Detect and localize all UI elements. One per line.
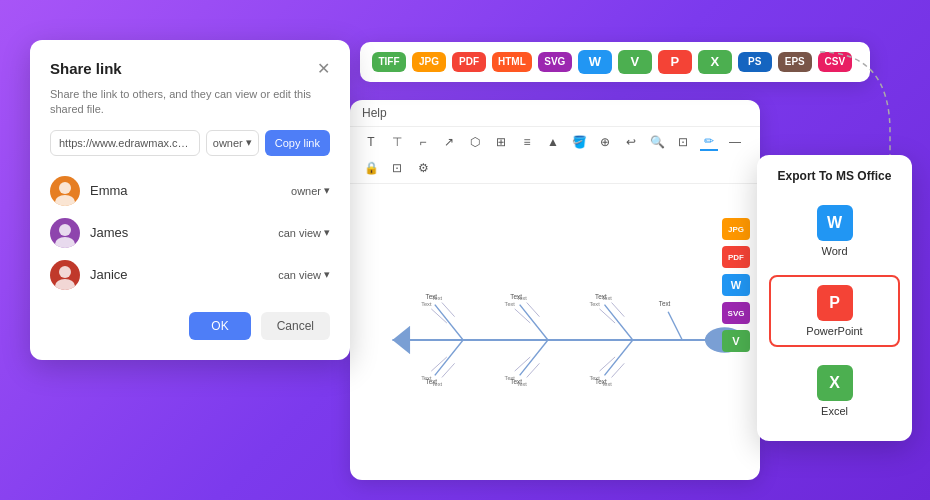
excel-icon: X bbox=[817, 365, 853, 401]
svg-line-36 bbox=[527, 363, 540, 377]
ppt-label: PowerPoint bbox=[806, 325, 862, 337]
format-word[interactable]: W bbox=[578, 50, 612, 74]
format-visio[interactable]: V bbox=[618, 50, 652, 74]
fishbone-container: Text Text Text Text Text Text Text Text … bbox=[350, 184, 760, 480]
mini-badge-pdf[interactable]: PDF bbox=[722, 246, 750, 268]
svg-text:Text: Text bbox=[517, 381, 528, 387]
toolbar-angle-icon[interactable]: ⌐ bbox=[414, 133, 432, 151]
toolbar-link-icon[interactable]: ⊕ bbox=[596, 133, 614, 151]
user-row-janice: Janice can view ▾ bbox=[50, 254, 330, 296]
format-csv[interactable]: CSV bbox=[818, 52, 852, 72]
cancel-button[interactable]: Cancel bbox=[261, 312, 330, 340]
format-jpg[interactable]: JPG bbox=[412, 52, 446, 72]
mini-badge-word[interactable]: W bbox=[722, 274, 750, 296]
avatar-janice bbox=[50, 260, 80, 290]
avatar-emma bbox=[50, 176, 80, 206]
chevron-down-icon: ▾ bbox=[246, 136, 252, 149]
ppt-icon: P bbox=[817, 285, 853, 321]
format-ps[interactable]: PS bbox=[738, 52, 772, 72]
toolbar-pen-icon[interactable]: ✏ bbox=[700, 133, 718, 151]
chevron-down-icon: ▾ bbox=[324, 184, 330, 197]
user-permission-james[interactable]: can view ▾ bbox=[278, 226, 330, 239]
export-options: W Word P PowerPoint X Excel bbox=[769, 195, 900, 427]
toolbar-fill-icon[interactable]: 🪣 bbox=[570, 133, 588, 151]
mini-badge-jpg[interactable]: JPG bbox=[722, 218, 750, 240]
word-label: Word bbox=[821, 245, 847, 257]
help-bar: Help bbox=[350, 100, 760, 127]
toolbar-chart-icon[interactable]: ▲ bbox=[544, 133, 562, 151]
user-row-emma: Emma owner ▾ bbox=[50, 170, 330, 212]
link-permission-select[interactable]: owner ▾ bbox=[206, 130, 259, 156]
toolbar-zoom-icon[interactable]: 🔍 bbox=[648, 133, 666, 151]
export-panel: Export To MS Office W Word P PowerPoint … bbox=[757, 155, 912, 441]
link-input-row: owner ▾ Copy link bbox=[50, 130, 330, 156]
mini-badge-visio[interactable]: V bbox=[722, 330, 750, 352]
svg-line-10 bbox=[442, 303, 455, 317]
svg-text:Text: Text bbox=[659, 300, 671, 307]
user-name-janice: Janice bbox=[90, 267, 268, 282]
svg-text:Text: Text bbox=[421, 301, 432, 307]
export-option-word[interactable]: W Word bbox=[769, 195, 900, 267]
svg-marker-3 bbox=[392, 326, 410, 354]
format-eps[interactable]: EPS bbox=[778, 52, 812, 72]
user-permission-janice[interactable]: can view ▾ bbox=[278, 268, 330, 281]
user-permission-emma[interactable]: owner ▾ bbox=[291, 184, 330, 197]
dialog-actions: OK Cancel bbox=[50, 312, 330, 340]
svg-text:Text: Text bbox=[517, 295, 528, 301]
svg-line-22 bbox=[612, 303, 625, 317]
dialog-header: Share link ✕ bbox=[50, 60, 330, 77]
toolbar-format-icon[interactable]: ⊤ bbox=[388, 133, 406, 151]
permission-label: owner bbox=[213, 137, 243, 149]
excel-label: Excel bbox=[821, 405, 848, 417]
diagram-area: Help T ⊤ ⌐ ↗ ⬡ ⊞ ≡ ▲ 🪣 ⊕ ↩ 🔍 ⊡ ✏ — 🔒 ⊡ ⚙ bbox=[350, 100, 760, 480]
copy-link-button[interactable]: Copy link bbox=[265, 130, 330, 156]
svg-point-47 bbox=[55, 237, 75, 248]
toolbar-pointer-icon[interactable]: ↗ bbox=[440, 133, 458, 151]
format-excel[interactable]: X bbox=[698, 50, 732, 74]
svg-line-24 bbox=[668, 312, 682, 340]
toolbar-shape-icon[interactable]: ⬡ bbox=[466, 133, 484, 151]
left-mini-strip: JPG PDF W SVG V bbox=[722, 218, 750, 352]
svg-text:Text: Text bbox=[505, 301, 516, 307]
fishbone-diagram: Text Text Text Text Text Text Text Text … bbox=[350, 184, 760, 480]
export-toolbar: TIFF JPG PDF HTML SVG W V P X PS EPS CSV bbox=[360, 42, 870, 82]
toolbar-text-icon[interactable]: T bbox=[362, 133, 380, 151]
ok-button[interactable]: OK bbox=[189, 312, 250, 340]
toolbar-curve-icon[interactable]: ↩ bbox=[622, 133, 640, 151]
user-row-james: James can view ▾ bbox=[50, 212, 330, 254]
svg-line-42 bbox=[612, 363, 625, 377]
export-panel-title: Export To MS Office bbox=[769, 169, 900, 183]
toolbar-lock-icon[interactable]: 🔒 bbox=[362, 159, 380, 177]
svg-point-44 bbox=[59, 182, 71, 194]
format-html[interactable]: HTML bbox=[492, 52, 532, 72]
toolbar-list-icon[interactable]: ≡ bbox=[518, 133, 536, 151]
toolbar-more-icon[interactable]: ⚙ bbox=[414, 159, 432, 177]
link-input[interactable] bbox=[50, 130, 200, 156]
dialog-title: Share link bbox=[50, 60, 122, 77]
toolbar-preview-icon[interactable]: ⊡ bbox=[674, 133, 692, 151]
format-tiff[interactable]: TIFF bbox=[372, 52, 406, 72]
toolbar-crop-icon[interactable]: ⊡ bbox=[388, 159, 406, 177]
svg-text:Text: Text bbox=[601, 295, 612, 301]
format-pdf[interactable]: PDF bbox=[452, 52, 486, 72]
svg-text:Text: Text bbox=[601, 381, 612, 387]
svg-text:Text: Text bbox=[589, 375, 600, 381]
chevron-down-icon: ▾ bbox=[324, 226, 330, 239]
word-icon: W bbox=[817, 205, 853, 241]
export-option-powerpoint[interactable]: P PowerPoint bbox=[769, 275, 900, 347]
export-option-excel[interactable]: X Excel bbox=[769, 355, 900, 427]
svg-point-48 bbox=[59, 266, 71, 278]
mini-badge-svg[interactable]: SVG bbox=[722, 302, 750, 324]
avatar-james bbox=[50, 218, 80, 248]
format-svg[interactable]: SVG bbox=[538, 52, 572, 72]
svg-text:Text: Text bbox=[432, 295, 443, 301]
svg-text:Text: Text bbox=[432, 381, 443, 387]
svg-text:Text: Text bbox=[421, 375, 432, 381]
help-label: Help bbox=[362, 106, 387, 120]
toolbar-table-icon[interactable]: ⊞ bbox=[492, 133, 510, 151]
format-ppt[interactable]: P bbox=[658, 50, 692, 74]
svg-point-49 bbox=[55, 279, 75, 290]
svg-text:Text: Text bbox=[505, 375, 516, 381]
close-icon[interactable]: ✕ bbox=[317, 61, 330, 77]
dialog-description: Share the link to others, and they can v… bbox=[50, 87, 330, 118]
